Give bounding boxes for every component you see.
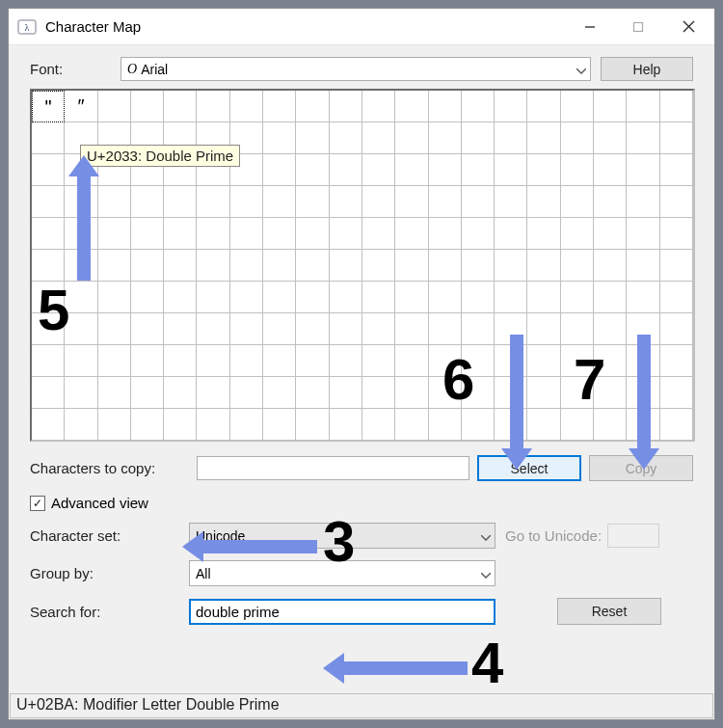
grid-cell[interactable] xyxy=(164,186,197,218)
grid-cell[interactable] xyxy=(362,282,395,313)
grid-cell[interactable] xyxy=(296,377,329,409)
grid-cell[interactable] xyxy=(462,218,495,250)
grid-cell[interactable] xyxy=(594,154,627,186)
grid-cell[interactable] xyxy=(627,218,659,250)
grid-cell[interactable] xyxy=(527,313,560,345)
goto-unicode-input[interactable] xyxy=(607,524,659,548)
grid-cell[interactable] xyxy=(131,377,164,409)
grid-cell[interactable] xyxy=(527,282,560,313)
grid-cell[interactable] xyxy=(164,91,197,122)
grid-cell[interactable] xyxy=(230,282,263,313)
grid-cell[interactable] xyxy=(462,409,495,441)
grid-cell[interactable] xyxy=(395,122,428,154)
grid-cell[interactable] xyxy=(429,313,462,345)
grid-cell[interactable] xyxy=(561,122,594,154)
grid-cell[interactable] xyxy=(197,313,229,345)
grid-cell[interactable] xyxy=(362,377,395,409)
grid-cell[interactable] xyxy=(527,345,560,377)
grid-cell[interactable] xyxy=(98,186,131,218)
grid-cell[interactable] xyxy=(660,377,693,409)
grid-cell[interactable] xyxy=(660,122,693,154)
grid-cell[interactable] xyxy=(131,409,164,441)
grid-cell[interactable] xyxy=(527,218,560,250)
grid-cell[interactable] xyxy=(395,91,428,122)
grid-cell[interactable] xyxy=(362,218,395,250)
grid-cell[interactable] xyxy=(197,377,229,409)
grid-cell[interactable] xyxy=(462,250,495,282)
grid-cell[interactable] xyxy=(164,409,197,441)
grid-cell[interactable] xyxy=(561,282,594,313)
grid-cell[interactable] xyxy=(362,186,395,218)
grid-cell[interactable] xyxy=(594,186,627,218)
grid-cell[interactable] xyxy=(561,409,594,441)
grid-cell[interactable] xyxy=(98,282,131,313)
grid-cell[interactable] xyxy=(32,409,65,441)
grid-cell[interactable] xyxy=(527,91,560,122)
grid-cell[interactable] xyxy=(594,218,627,250)
grid-cell[interactable] xyxy=(660,186,693,218)
grid-cell[interactable] xyxy=(395,186,428,218)
grid-cell[interactable] xyxy=(197,250,229,282)
grid-cell[interactable] xyxy=(330,154,362,186)
grid-cell[interactable] xyxy=(131,313,164,345)
grid-cell[interactable] xyxy=(330,218,362,250)
grid-cell[interactable] xyxy=(263,345,296,377)
grid-cell[interactable] xyxy=(362,154,395,186)
grid-cell[interactable] xyxy=(594,313,627,345)
grid-cell[interactable] xyxy=(594,122,627,154)
grid-cell[interactable] xyxy=(561,91,594,122)
grid-cell[interactable] xyxy=(495,154,527,186)
grid-cell[interactable] xyxy=(164,313,197,345)
advanced-view-checkbox[interactable]: ✓ xyxy=(30,496,45,511)
grid-cell[interactable] xyxy=(462,282,495,313)
grid-cell[interactable] xyxy=(32,122,65,154)
grid-cell[interactable] xyxy=(65,313,97,345)
grid-cell[interactable] xyxy=(164,250,197,282)
grid-cell[interactable] xyxy=(131,250,164,282)
grid-cell[interactable] xyxy=(527,154,560,186)
grid-cell[interactable] xyxy=(197,282,229,313)
grid-cell[interactable] xyxy=(230,186,263,218)
grid-cell[interactable] xyxy=(395,154,428,186)
grid-cell[interactable] xyxy=(660,282,693,313)
grid-cell[interactable] xyxy=(296,122,329,154)
grid-cell[interactable] xyxy=(561,218,594,250)
grid-cell[interactable] xyxy=(462,122,495,154)
grid-cell[interactable] xyxy=(65,409,97,441)
grid-cell[interactable] xyxy=(263,91,296,122)
grid-cell[interactable] xyxy=(660,313,693,345)
grid-cell[interactable] xyxy=(660,345,693,377)
grid-cell[interactable] xyxy=(197,218,229,250)
grid-cell[interactable] xyxy=(627,250,659,282)
grid-cell[interactable] xyxy=(330,377,362,409)
grid-cell[interactable] xyxy=(98,218,131,250)
grid-cell[interactable] xyxy=(296,154,329,186)
grid-cell[interactable] xyxy=(65,377,97,409)
reset-button[interactable]: Reset xyxy=(557,598,661,625)
grid-cell[interactable] xyxy=(660,250,693,282)
grid-cell[interactable] xyxy=(263,122,296,154)
grid-cell[interactable] xyxy=(330,345,362,377)
grid-cell[interactable] xyxy=(660,218,693,250)
grid-cell[interactable] xyxy=(263,186,296,218)
grid-cell[interactable]: " xyxy=(32,91,65,122)
grid-cell[interactable] xyxy=(98,313,131,345)
search-input[interactable] xyxy=(189,599,495,625)
grid-cell[interactable] xyxy=(395,282,428,313)
grid-cell[interactable] xyxy=(594,409,627,441)
grid-cell[interactable] xyxy=(362,91,395,122)
grid-cell[interactable] xyxy=(131,186,164,218)
grid-cell[interactable] xyxy=(263,377,296,409)
grid-cell[interactable] xyxy=(429,250,462,282)
grid-cell[interactable] xyxy=(594,282,627,313)
grid-cell[interactable] xyxy=(660,409,693,441)
grid-cell[interactable] xyxy=(495,218,527,250)
grid-cell[interactable] xyxy=(32,218,65,250)
grid-cell[interactable] xyxy=(627,282,659,313)
grid-cell[interactable] xyxy=(65,282,97,313)
grid-cell[interactable] xyxy=(395,313,428,345)
grid-cell[interactable] xyxy=(527,250,560,282)
grid-cell[interactable] xyxy=(131,282,164,313)
grid-cell[interactable] xyxy=(263,218,296,250)
grid-cell[interactable] xyxy=(296,345,329,377)
